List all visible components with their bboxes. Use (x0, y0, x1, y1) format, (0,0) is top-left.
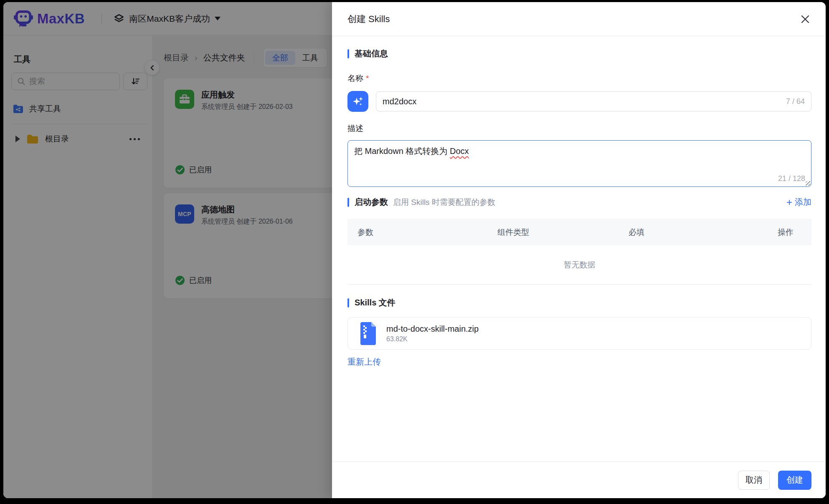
file-size: 63.82K (386, 335, 479, 343)
params-table-header: 参数 组件类型 必填 操作 (347, 219, 811, 245)
zip-file-icon (360, 322, 376, 345)
drawer-header: 创建 Skills (332, 2, 826, 36)
section-title: 启动参数 (355, 197, 388, 208)
col-component-type: 组件类型 (497, 227, 529, 238)
description-counter: 21 / 128 (778, 174, 805, 183)
drawer-title: 创建 Skills (347, 13, 800, 25)
description-value: 把 Markdown 格式转换为 Docx (354, 146, 469, 157)
name-input[interactable]: md2docx 7 / 64 (376, 91, 811, 111)
cancel-button[interactable]: 取消 (738, 471, 770, 490)
reupload-link[interactable]: 重新上传 (347, 356, 381, 368)
name-counter: 7 / 64 (786, 97, 805, 106)
drawer-footer: 取消 创建 (332, 461, 826, 498)
section-launch-params: 启动参数 启用 Skills 时需要配置的参数 + 添加 (347, 197, 811, 208)
name-row: md2docx 7 / 64 (347, 91, 811, 112)
file-name: md-to-docx-skill-main.zip (386, 324, 479, 334)
required-mark: * (366, 74, 369, 83)
name-value: md2docx (383, 97, 786, 106)
section-bar (347, 198, 349, 207)
section-bar (347, 298, 349, 307)
section-hint: 启用 Skills 时需要配置的参数 (393, 197, 495, 208)
col-param: 参数 (357, 227, 373, 238)
col-required: 必填 (629, 227, 644, 238)
app-window: MaxKB 南区MaxKB客户成功 工具 搜索 (3, 2, 826, 498)
name-label: 名称* (347, 73, 811, 84)
section-skills-file: Skills 文件 (347, 297, 811, 308)
create-skills-drawer: 创建 Skills 基础信息 名称* (332, 2, 826, 498)
spellcheck-marked-word: Docx (450, 146, 469, 156)
resize-handle[interactable] (806, 181, 810, 186)
ai-sparkle-icon[interactable] (347, 91, 368, 112)
empty-state: 暂无数据 (347, 245, 811, 285)
section-title: Skills 文件 (355, 297, 395, 308)
create-button[interactable]: 创建 (778, 471, 811, 490)
params-table: 参数 组件类型 必填 操作 暂无数据 (347, 219, 811, 285)
uploaded-file-card[interactable]: md-to-docx-skill-main.zip 63.82K (347, 317, 811, 350)
close-icon (800, 14, 810, 24)
close-button[interactable] (800, 14, 811, 25)
section-basic-info: 基础信息 (347, 48, 811, 59)
section-title: 基础信息 (355, 48, 388, 59)
section-bar (347, 49, 349, 58)
description-label: 描述 (347, 123, 811, 134)
drawer-body: 基础信息 名称* md2docx 7 / 64 描述 (332, 37, 826, 461)
description-textarea[interactable]: 把 Markdown 格式转换为 Docx 21 / 128 (347, 140, 811, 187)
plus-icon: + (786, 197, 792, 207)
col-actions: 操作 (778, 227, 794, 238)
add-param-button[interactable]: + 添加 (786, 197, 811, 208)
file-meta: md-to-docx-skill-main.zip 63.82K (386, 324, 479, 343)
